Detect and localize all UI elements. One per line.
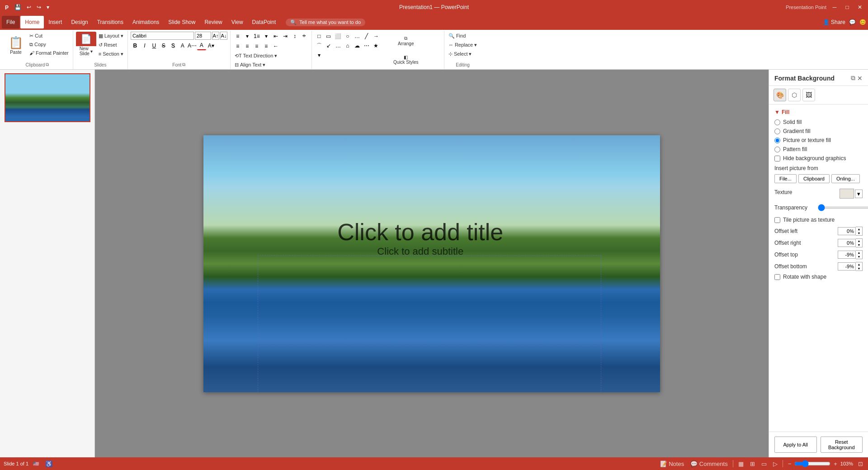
shape-connector[interactable]: ↙ — [324, 41, 333, 50]
menu-design[interactable]: Design — [66, 16, 92, 28]
hide-bg-checkbox[interactable] — [774, 156, 780, 161]
quick-styles-button[interactable]: ◧ Quick Styles — [390, 51, 422, 69]
view-slideshow-button[interactable]: ▷ — [772, 460, 779, 468]
bullets-dropdown[interactable]: ▾ — [243, 32, 252, 41]
pattern-fill-radio[interactable] — [774, 147, 780, 152]
texture-dropdown-button[interactable]: ▾ — [855, 190, 863, 198]
slide-title-text[interactable]: Click to add title — [249, 218, 592, 246]
shape-more1[interactable]: … — [353, 32, 362, 41]
zoom-fit-button[interactable]: ⊡ — [857, 460, 864, 468]
select-button[interactable]: ⊹ Select ▾ — [447, 50, 473, 58]
paste-button[interactable]: 📋 Paste — [5, 32, 27, 59]
pattern-fill-option[interactable]: Pattern fill — [774, 146, 863, 152]
slide-thumbnail-1[interactable]: 1 — [5, 73, 90, 122]
align-center[interactable]: ≡ — [243, 42, 252, 51]
shape-star[interactable]: ★ — [372, 41, 381, 50]
fill-section-header[interactable]: ▼ Fill — [774, 109, 863, 115]
view-sorter-button[interactable]: ⊞ — [749, 460, 756, 468]
rtl-button[interactable]: ← — [271, 42, 280, 51]
font-color-button[interactable]: A — [197, 41, 206, 50]
shape-line[interactable]: ╱ — [362, 32, 371, 41]
hide-bg-graphics-option[interactable]: Hide background graphics — [774, 155, 863, 161]
customize-qa-button[interactable]: ▾ — [45, 3, 51, 11]
menu-transitions[interactable]: Transitions — [93, 16, 128, 28]
close-button[interactable]: ✕ — [855, 3, 864, 12]
menu-datapoint[interactable]: DataPoint — [248, 16, 281, 28]
solid-fill-radio[interactable] — [774, 119, 780, 125]
rotate-with-shape-option[interactable]: Rotate with shape — [774, 274, 863, 280]
font-size-input[interactable] — [195, 32, 211, 40]
offset-right-up[interactable]: ▲ — [856, 239, 862, 243]
highlight-button[interactable]: A▾ — [207, 41, 216, 50]
zoom-in-button[interactable]: + — [832, 460, 839, 468]
slide-title-placeholder[interactable]: Click to add title Click to add subtitle — [249, 218, 592, 257]
offset-left-value[interactable] — [838, 227, 856, 235]
apply-to-all-button[interactable]: Apply to All — [774, 437, 817, 453]
text-direction-button[interactable]: ⟲T Text Direction ▾ — [233, 52, 278, 60]
comment-icon[interactable]: 💬 — [849, 19, 856, 25]
accessibility-button[interactable]: ♿ — [44, 460, 54, 468]
offset-left-up[interactable]: ▲ — [856, 227, 862, 231]
find-button[interactable]: 🔍 Find — [447, 32, 467, 40]
offset-bottom-down[interactable]: ▼ — [856, 266, 862, 271]
zoom-slider[interactable] — [794, 460, 830, 467]
line-spacing[interactable]: ↕ — [290, 32, 299, 41]
menu-file[interactable]: File — [2, 16, 19, 28]
offset-right-value[interactable] — [838, 239, 856, 247]
menu-slideshow[interactable]: Slide Show — [164, 16, 200, 28]
menu-review[interactable]: Review — [200, 16, 226, 28]
numbering-dropdown[interactable]: ▾ — [262, 32, 271, 41]
shape-free[interactable]: ⌂ — [343, 41, 352, 50]
clipboard-button[interactable]: Clipboard — [798, 174, 830, 183]
shape-rect[interactable]: □ — [315, 32, 324, 41]
slide-canvas[interactable]: Click to add title Click to add subtitle — [203, 135, 660, 392]
canvas-area[interactable]: Click to add title Click to add subtitle — [95, 70, 769, 457]
panel-expand-button[interactable]: ⧉ — [851, 74, 855, 82]
tell-me-box[interactable]: 🔍 Tell me what you want to do — [286, 19, 365, 26]
offset-top-value[interactable] — [838, 251, 856, 259]
shape-more3[interactable]: ▾ — [315, 51, 324, 60]
picture-texture-radio[interactable] — [774, 138, 780, 143]
format-painter-button[interactable]: 🖌 Format Painter — [28, 49, 70, 57]
offset-bottom-value[interactable] — [838, 262, 856, 271]
font-name-input[interactable] — [131, 32, 194, 40]
shape-snip-rect[interactable]: ⬜ — [334, 32, 343, 41]
copy-button[interactable]: ⧉ Copy — [28, 40, 70, 48]
align-justify[interactable]: ≡ — [262, 42, 271, 51]
shape-chevron[interactable]: ⋯ — [362, 41, 371, 50]
rotate-shape-checkbox[interactable] — [774, 274, 780, 280]
tile-picture-checkbox[interactable] — [774, 217, 780, 223]
font-expand-icon[interactable]: ⧉ — [182, 62, 185, 67]
shape-arrow[interactable]: → — [372, 32, 381, 41]
cut-button[interactable]: ✂ Cut — [28, 32, 70, 40]
offset-right-down[interactable]: ▼ — [856, 243, 862, 247]
file-button[interactable]: File... — [774, 174, 797, 183]
transparency-slider[interactable] — [818, 207, 868, 209]
reset-background-button[interactable]: Reset Background — [821, 437, 863, 453]
align-left[interactable]: ≡ — [233, 42, 242, 51]
new-slide-button[interactable]: 📄 New Slide ▾ — [76, 32, 96, 56]
slide-subtitle-text[interactable]: Click to add subtitle — [249, 246, 592, 257]
layout-button[interactable]: ▦ Layout ▾ — [97, 32, 125, 40]
redo-button[interactable]: ↪ — [35, 3, 43, 11]
zoom-out-button[interactable]: − — [787, 460, 793, 468]
undo-button[interactable]: ↩ — [25, 3, 33, 11]
offset-bottom-up[interactable]: ▲ — [856, 262, 862, 266]
maximize-button[interactable]: □ — [843, 3, 852, 12]
menu-home[interactable]: Home — [20, 16, 44, 28]
numbering-button[interactable]: 1≡ — [252, 32, 261, 41]
panel-close-button[interactable]: ✕ — [857, 75, 863, 82]
replace-button[interactable]: ↔ Replace ▾ — [447, 41, 478, 49]
char-spacing-button[interactable]: A⋯ — [188, 41, 197, 50]
reset-button[interactable]: ↺ Reset — [97, 41, 125, 49]
panel-tab-shape[interactable]: ⬡ — [788, 89, 801, 101]
gradient-fill-radio[interactable] — [774, 128, 780, 134]
view-reading-button[interactable]: ▭ — [760, 460, 768, 468]
offset-top-up[interactable]: ▲ — [856, 251, 862, 255]
menu-view[interactable]: View — [227, 16, 248, 28]
clipboard-expand-icon[interactable]: ⧉ — [46, 62, 49, 67]
offset-left-down[interactable]: ▼ — [856, 231, 862, 235]
indent-increase[interactable]: ⇥ — [281, 32, 290, 41]
comments-button[interactable]: 💬 Comments — [689, 460, 729, 468]
arrange-button[interactable]: ⧉ Arrange — [390, 32, 422, 50]
